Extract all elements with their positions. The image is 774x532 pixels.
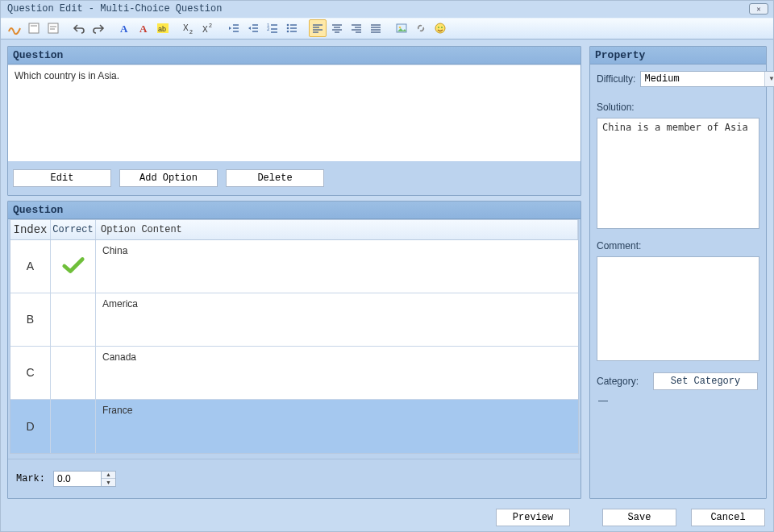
footer: Preview Save Cancel: [1, 504, 773, 531]
subscript-icon[interactable]: X2: [180, 19, 198, 37]
close-icon[interactable]: ✕: [749, 3, 768, 15]
difficulty-value[interactable]: [641, 72, 764, 86]
save-button[interactable]: Save: [602, 509, 676, 526]
options-panel-header: Question: [8, 202, 580, 219]
text-frame-icon[interactable]: [25, 19, 43, 37]
table-row[interactable]: DFrance: [10, 400, 578, 453]
content-area: Question Which country is in Asia. Edit …: [1, 39, 773, 504]
delete-button[interactable]: Delete: [226, 169, 324, 187]
window-title: Question Edit - Multi-Choice Question: [7, 3, 222, 15]
svg-text:A: A: [139, 23, 148, 35]
highlight-ab-icon[interactable]: ab: [154, 19, 172, 37]
toolbar: A A ab X2 X2 12: [1, 18, 773, 39]
svg-point-25: [287, 27, 289, 30]
option-correct-cell[interactable]: [51, 400, 96, 453]
question-panel: Question Which country is in Asia. Edit …: [7, 46, 581, 196]
align-left-icon[interactable]: [309, 19, 327, 37]
option-correct-cell[interactable]: [51, 293, 96, 346]
header-index: Index: [10, 220, 51, 239]
option-content: France: [96, 400, 578, 453]
comment-label: Comment:: [597, 240, 759, 251]
bulleted-list-icon[interactable]: [283, 19, 301, 37]
add-option-button[interactable]: Add Option: [119, 169, 218, 187]
chevron-up-icon: ▲: [102, 472, 115, 480]
svg-text:A: A: [120, 23, 128, 35]
svg-rect-2: [48, 23, 58, 33]
options-table: Index Correct Option Content AChinaBAmer…: [8, 219, 580, 459]
question-button-row: Edit Add Option Delete: [8, 161, 580, 195]
align-center-icon[interactable]: [328, 19, 346, 37]
cancel-button[interactable]: Cancel: [691, 509, 765, 526]
solution-label: Solution:: [597, 102, 759, 113]
property-body: Difficulty: ▼ Solution: Comment: Cat: [590, 64, 766, 414]
indent-icon[interactable]: [244, 19, 262, 37]
smiley-icon[interactable]: [431, 19, 449, 37]
text-frame2-icon[interactable]: [44, 19, 62, 37]
category-label: Category:: [597, 376, 648, 387]
svg-text:X: X: [202, 25, 208, 34]
question-text-area[interactable]: Which country is in Asia.: [8, 64, 580, 161]
image-icon[interactable]: [393, 19, 410, 37]
titlebar: Question Edit - Multi-Choice Question ✕: [1, 1, 773, 18]
table-row[interactable]: AChina: [10, 240, 578, 293]
mark-input[interactable]: [53, 471, 102, 487]
comment-textarea[interactable]: [597, 256, 759, 361]
property-panel: Property Difficulty: ▼ Solution: Comment…: [589, 46, 767, 499]
undo-icon[interactable]: [70, 19, 88, 37]
set-category-button[interactable]: Set Category: [653, 372, 758, 390]
option-index: B: [10, 293, 51, 346]
superscript-icon[interactable]: X2: [199, 19, 217, 37]
svg-text:2: 2: [267, 27, 270, 31]
mark-label: Mark:: [16, 473, 45, 484]
difficulty-select[interactable]: ▼: [640, 71, 774, 87]
option-index: D: [10, 400, 51, 453]
header-content: Option Content: [96, 220, 578, 239]
svg-text:ab: ab: [158, 25, 166, 33]
svg-text:X: X: [183, 23, 189, 32]
window: Question Edit - Multi-Choice Question ✕ …: [0, 0, 774, 532]
align-right-icon[interactable]: [347, 19, 365, 37]
svg-point-48: [435, 23, 445, 33]
font-a-blue-icon[interactable]: A: [115, 19, 133, 37]
svg-point-50: [441, 27, 443, 28]
header-correct: Correct: [51, 220, 96, 239]
options-body: AChinaBAmericaCCanadaDFrance: [10, 240, 579, 454]
spinner-arrows[interactable]: ▲▼: [102, 471, 116, 487]
signature-icon[interactable]: [6, 19, 23, 37]
chevron-down-icon: ▼: [102, 479, 115, 486]
mark-row: Mark: ▲▼: [8, 459, 580, 498]
options-panel: Question Index Correct Option Content AC…: [7, 201, 581, 499]
option-content: America: [96, 293, 578, 346]
option-index: A: [10, 240, 51, 293]
check-icon: [61, 256, 85, 277]
mark-spinner[interactable]: ▲▼: [53, 471, 116, 487]
option-correct-cell[interactable]: [51, 240, 96, 293]
option-content: Canada: [96, 347, 578, 399]
svg-text:2: 2: [189, 29, 193, 35]
chevron-down-icon[interactable]: ▼: [764, 72, 774, 86]
svg-rect-0: [29, 23, 39, 33]
category-value: —: [597, 395, 759, 406]
solution-textarea[interactable]: [597, 118, 759, 229]
option-index: C: [10, 347, 51, 399]
table-row[interactable]: BAmerica: [10, 293, 578, 347]
svg-point-49: [438, 27, 439, 28]
svg-point-26: [287, 31, 289, 33]
align-justify-icon[interactable]: [367, 19, 385, 37]
property-panel-header: Property: [590, 47, 766, 64]
question-text: Which country is in Asia.: [15, 70, 119, 81]
link-icon[interactable]: [412, 19, 430, 37]
options-header-row: Index Correct Option Content: [10, 219, 579, 240]
left-column: Question Which country is in Asia. Edit …: [7, 46, 581, 499]
numbered-list-icon[interactable]: 12: [264, 19, 281, 37]
table-row[interactable]: CCanada: [10, 347, 578, 400]
option-correct-cell[interactable]: [51, 347, 96, 399]
option-content: China: [96, 240, 578, 293]
font-a-red-icon[interactable]: A: [135, 19, 152, 37]
difficulty-label: Difficulty:: [597, 73, 635, 85]
preview-button[interactable]: Preview: [496, 509, 570, 526]
redo-icon[interactable]: [89, 19, 107, 37]
question-panel-header: Question: [8, 47, 580, 64]
outdent-icon[interactable]: [225, 19, 243, 37]
edit-button[interactable]: Edit: [13, 169, 111, 187]
